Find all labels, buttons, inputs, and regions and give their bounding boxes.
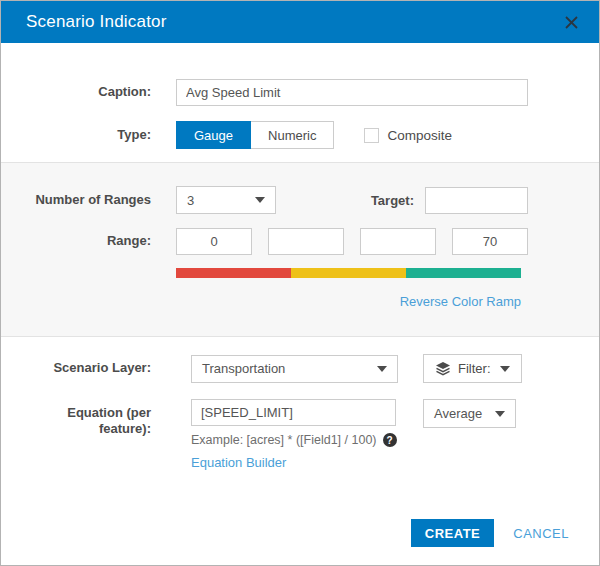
range-label: Range: (1, 233, 151, 249)
scenario-layer-select[interactable]: Transportation (191, 355, 398, 383)
filter-label: Filter: (458, 361, 491, 376)
scenario-layer-label: Scenario Layer: (1, 360, 151, 376)
range-input-3[interactable] (360, 228, 436, 255)
caption-label: Caption: (1, 84, 151, 100)
number-of-ranges-value: 3 (187, 193, 194, 208)
equation-example-row: Example: [acres] * ([Field1] / 100) ? (191, 433, 397, 447)
ramp-segment-red (176, 268, 291, 278)
dialog-title: Scenario Indicator (26, 12, 561, 32)
caption-row: Caption: (1, 79, 599, 106)
caret-down-icon (500, 366, 510, 372)
target-label: Target: (371, 193, 414, 208)
caret-down-icon (377, 366, 387, 372)
dialog-footer: CREATE CANCEL (411, 519, 569, 547)
help-icon[interactable]: ? (383, 433, 397, 447)
composite-checkbox[interactable] (364, 128, 379, 143)
ranges-section: Number of Ranges 3 Target: Range: (1, 162, 599, 337)
cancel-button[interactable]: CANCEL (513, 526, 569, 541)
range-input-1[interactable] (176, 228, 252, 255)
scenario-indicator-dialog: Scenario Indicator Caption: Type: Gauge … (0, 0, 600, 566)
ramp-segment-yellow (291, 268, 406, 278)
type-toggle: Gauge Numeric (176, 121, 334, 149)
type-gauge-button[interactable]: Gauge (176, 121, 251, 149)
type-numeric-button[interactable]: Numeric (251, 121, 334, 149)
range-input-4[interactable] (452, 228, 528, 255)
filter-button[interactable]: Filter: (423, 354, 522, 383)
caret-down-icon (495, 411, 505, 417)
dialog-header: Scenario Indicator (1, 1, 599, 43)
target-input[interactable] (425, 187, 528, 214)
general-section: Caption: Type: Gauge Numeric Composite (1, 43, 599, 162)
range-input-2[interactable] (268, 228, 344, 255)
type-row: Type: Gauge Numeric Composite (1, 121, 599, 149)
equation-input[interactable] (191, 399, 396, 426)
layers-icon (435, 362, 451, 376)
equation-builder-row: Equation Builder (191, 453, 286, 471)
equation-builder-link[interactable]: Equation Builder (191, 455, 286, 470)
scenario-layer-row: Scenario Layer: Transportation Filter: (1, 354, 599, 383)
reverse-color-ramp-link[interactable]: Reverse Color Ramp (400, 294, 521, 309)
aggregation-value: Average (434, 406, 482, 421)
number-of-ranges-select[interactable]: 3 (176, 186, 276, 214)
range-row: Range: (1, 228, 599, 255)
equation-label: Equation (per feature): (1, 399, 151, 438)
number-of-ranges-row: Number of Ranges 3 Target: (1, 186, 599, 214)
composite-label: Composite (387, 128, 452, 143)
reverse-ramp-row: Reverse Color Ramp (1, 292, 599, 310)
caption-input[interactable] (176, 79, 528, 106)
color-ramp-row (1, 268, 599, 278)
close-button[interactable] (561, 12, 581, 32)
layer-equation-section: Scenario Layer: Transportation Filter: (1, 337, 599, 471)
color-ramp (176, 268, 521, 278)
create-button[interactable]: CREATE (411, 519, 494, 547)
aggregation-select[interactable]: Average (423, 399, 516, 428)
close-icon (564, 15, 579, 30)
caret-down-icon (255, 197, 265, 203)
ramp-segment-green (406, 268, 521, 278)
type-label: Type: (1, 127, 151, 143)
number-of-ranges-label: Number of Ranges (1, 192, 151, 208)
equation-example-text: Example: [acres] * ([Field1] / 100) (191, 433, 377, 447)
scenario-layer-value: Transportation (202, 361, 285, 376)
equation-row: Equation (per feature): Average Example:… (1, 399, 599, 471)
